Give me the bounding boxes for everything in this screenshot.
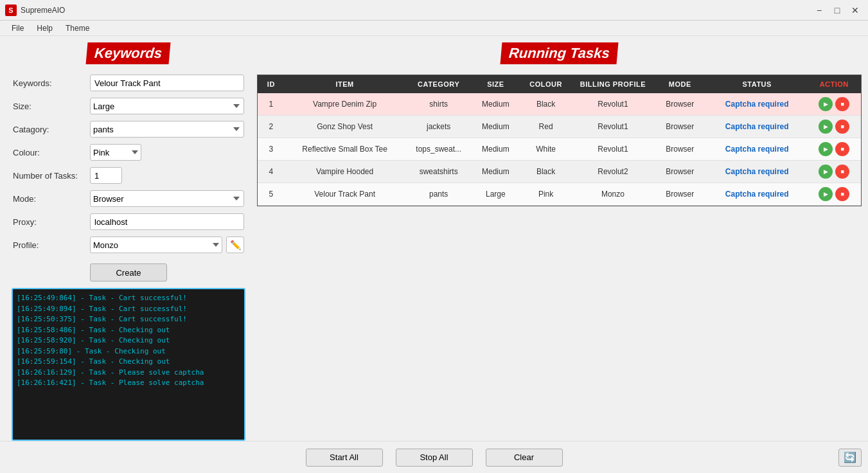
cell-status: Captcha required	[707, 161, 808, 183]
play-button[interactable]	[819, 97, 833, 111]
play-button[interactable]	[819, 187, 833, 201]
task-table: ID ITEM CATEGORY SIZE COLOUR BILLING PRO…	[258, 75, 861, 206]
cell-category: pants	[405, 183, 472, 206]
proxy-row: Proxy:	[6, 213, 251, 230]
action-cell	[811, 120, 857, 134]
stop-all-button[interactable]: Stop All	[396, 449, 473, 467]
cell-id: 3	[258, 138, 285, 161]
cell-item: Gonz Shop Vest	[285, 116, 405, 138]
play-button[interactable]	[819, 120, 833, 134]
cell-size: Medium	[472, 116, 519, 138]
profile-select[interactable]: Monzo Revolut1 Revolut2	[90, 236, 222, 253]
cell-colour: Black	[519, 161, 572, 183]
log-content[interactable]: [16:25:49:864] - Task - Cart successful!…	[13, 289, 244, 440]
cell-action	[807, 93, 861, 116]
stop-button[interactable]	[835, 187, 849, 201]
th-billing: BILLING PROFILE	[572, 75, 653, 93]
size-select[interactable]: Large Small Medium XL	[90, 98, 244, 114]
maximize-button[interactable]: □	[829, 3, 845, 18]
cell-action	[807, 116, 861, 138]
play-button[interactable]	[819, 142, 833, 156]
keywords-input[interactable]	[90, 75, 244, 91]
menu-file[interactable]: File	[5, 22, 30, 34]
log-area: [16:25:49:864] - Task - Cart successful!…	[12, 288, 245, 441]
cell-billing: Revolut1	[572, 138, 653, 161]
colour-row: Colour: Pink Black White Red	[6, 144, 251, 161]
captcha-button[interactable]: 🔄	[838, 449, 862, 467]
cell-colour: Black	[519, 93, 572, 116]
menu-theme[interactable]: Theme	[59, 22, 96, 34]
cell-status: Captcha required	[707, 93, 808, 116]
profile-label: Profile:	[13, 240, 90, 250]
log-line: [16:25:49:894] - Task - Cart successful!	[17, 304, 240, 315]
right-panel: Running Tasks ID ITEM CATEGORY SIZE COLO…	[257, 42, 862, 441]
cell-mode: Browser	[653, 183, 707, 206]
log-line: [16:26:16:421] - Task - Please solve cap…	[17, 378, 240, 389]
log-line: [16:25:59:154] - Task - Checking out	[17, 357, 240, 368]
mode-select[interactable]: Browser API	[90, 190, 244, 207]
edit-profile-button[interactable]: ✏️	[226, 236, 244, 253]
colour-label: Colour:	[13, 148, 90, 157]
minimize-button[interactable]: −	[811, 3, 827, 18]
close-button[interactable]: ✕	[847, 3, 863, 18]
table-row[interactable]: 4 Vampire Hooded sweatshirts Medium Blac…	[258, 161, 861, 183]
th-item: ITEM	[285, 75, 405, 93]
profile-row: Profile: Monzo Revolut1 Revolut2 ✏️	[6, 236, 251, 253]
cell-mode: Browser	[653, 161, 707, 183]
start-all-button[interactable]: Start All	[306, 449, 383, 467]
cell-size: Medium	[472, 138, 519, 161]
cell-id: 5	[258, 183, 285, 206]
cell-status: Captcha required	[707, 138, 808, 161]
cell-colour: Red	[519, 116, 572, 138]
table-row[interactable]: 3 Reflective Small Box Tee tops_sweat...…	[258, 138, 861, 161]
stop-button[interactable]	[835, 97, 849, 111]
task-table-container[interactable]: ID ITEM CATEGORY SIZE COLOUR BILLING PRO…	[257, 75, 862, 206]
num-tasks-label: Number of Tasks:	[13, 171, 90, 181]
th-category: CATEGORY	[405, 75, 472, 93]
menu-help[interactable]: Help	[30, 22, 59, 34]
proxy-input[interactable]	[90, 213, 244, 230]
table-row[interactable]: 1 Vampre Denim Zip shirts Medium Black R…	[258, 93, 861, 116]
captcha-icon: 🔄	[844, 451, 856, 463]
log-line: [16:26:16:129] - Task - Please solve cap…	[17, 368, 240, 379]
profile-wrapper: Monzo Revolut1 Revolut2 ✏️	[90, 236, 244, 253]
stop-button[interactable]	[835, 120, 849, 134]
category-select[interactable]: pants shirts jackets sweatshirts	[90, 121, 244, 138]
th-action: ACTION	[807, 75, 861, 93]
category-row: Catagory: pants shirts jackets sweatshir…	[6, 121, 251, 138]
cell-colour: White	[519, 138, 572, 161]
log-line: [16:25:58:486] - Task - Checking out	[17, 325, 240, 336]
cell-item: Vampire Hooded	[285, 161, 405, 183]
num-tasks-input[interactable]	[90, 167, 122, 184]
log-line: [16:25:50:375] - Task - Cart successful!	[17, 314, 240, 325]
cell-size: Medium	[472, 161, 519, 183]
colour-select[interactable]: Pink Black White Red	[90, 144, 141, 161]
table-row[interactable]: 2 Gonz Shop Vest jackets Medium Red Revo…	[258, 116, 861, 138]
th-id: ID	[258, 75, 285, 93]
create-button[interactable]: Create	[90, 263, 167, 281]
keywords-label: Keywords:	[13, 78, 90, 88]
stop-button[interactable]	[835, 142, 849, 156]
cell-billing: Revolut2	[572, 161, 653, 183]
cell-category: sweatshirts	[405, 161, 472, 183]
th-status: STATUS	[707, 75, 808, 93]
menubar: File Help Theme	[0, 21, 868, 36]
stop-button[interactable]	[835, 165, 849, 179]
action-cell	[811, 97, 857, 111]
cell-mode: Browser	[653, 93, 707, 116]
app-logo: S	[5, 4, 17, 16]
cell-mode: Browser	[653, 138, 707, 161]
mode-row: Mode: Browser API	[6, 190, 251, 207]
proxy-label: Proxy:	[13, 217, 90, 227]
size-label: Size:	[13, 102, 90, 111]
table-header-row: ID ITEM CATEGORY SIZE COLOUR BILLING PRO…	[258, 75, 861, 93]
cell-action	[807, 161, 861, 183]
cell-size: Large	[472, 183, 519, 206]
running-tasks-title: Running Tasks	[500, 42, 619, 64]
cell-item: Vampre Denim Zip	[285, 93, 405, 116]
table-row[interactable]: 5 Velour Track Pant pants Large Pink Mon…	[258, 183, 861, 206]
cell-billing: Revolut1	[572, 93, 653, 116]
cell-id: 2	[258, 116, 285, 138]
play-button[interactable]	[819, 165, 833, 179]
clear-button[interactable]: Clear	[486, 449, 563, 467]
